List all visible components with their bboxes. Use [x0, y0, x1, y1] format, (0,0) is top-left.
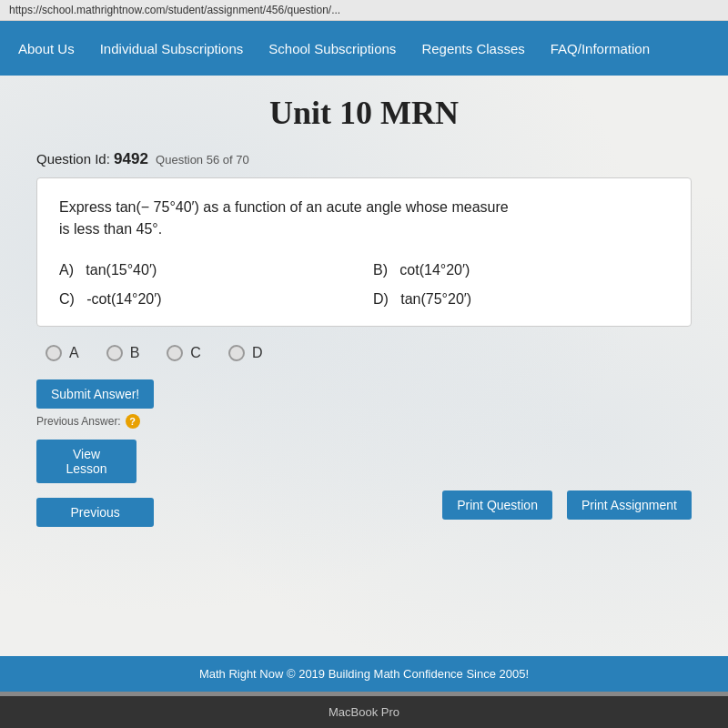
previous-answer-label: Previous Answer:	[36, 415, 121, 428]
nav-individual-subscriptions[interactable]: Individual Subscriptions	[100, 41, 244, 56]
option-a: A) tan(15°40′)	[59, 262, 355, 278]
taskbar-text: MacBook Pro	[329, 705, 399, 719]
previous-answer-row: Previous Answer: ?	[36, 414, 154, 429]
nav-faq-information[interactable]: FAQ/Information	[551, 41, 650, 56]
option-b-content: cot(14°20′)	[399, 262, 470, 278]
nav-school-subscriptions[interactable]: School Subscriptions	[268, 41, 396, 56]
action-row: Submit Answer! Previous Answer: ? View L…	[36, 379, 692, 527]
radio-d[interactable]: D	[228, 345, 263, 361]
question-box: Express tan(− 75°40′) as a function of a…	[36, 177, 692, 327]
question-id-value: 9492	[114, 150, 148, 167]
footer-text: Math Right Now © 2019 Building Math Conf…	[199, 667, 529, 681]
radio-c[interactable]: C	[167, 345, 201, 361]
radio-circle-c	[167, 345, 183, 361]
option-b: B) cot(14°20′)	[373, 262, 669, 278]
browser-url-bar: https://school.mathrightnow.com/student/…	[0, 0, 728, 21]
radio-label-c: C	[190, 345, 201, 361]
print-assignment-button[interactable]: Print Assignment	[567, 490, 692, 520]
help-icon: ?	[126, 414, 140, 429]
radio-b[interactable]: B	[106, 345, 140, 361]
footer: Math Right Now © 2019 Building Math Conf…	[0, 656, 728, 692]
nav-about-us[interactable]: About Us	[18, 41, 75, 56]
radio-circle-d	[228, 345, 245, 361]
content-area: Unit 10 MRN Question Id: 9492 Question 5…	[0, 76, 728, 676]
question-line1: Express tan(− 75°40′) as a function of a…	[59, 199, 509, 215]
taskbar: MacBook Pro	[0, 696, 728, 728]
radio-label-b: B	[130, 345, 140, 361]
option-a-letter: A)	[59, 262, 82, 278]
print-question-button[interactable]: Print Question	[442, 490, 552, 520]
radio-label-d: D	[252, 345, 263, 361]
option-b-letter: B)	[373, 262, 396, 278]
option-d-letter: D)	[373, 291, 397, 307]
option-d: D) tan(75°20′)	[373, 291, 669, 308]
radio-row: A B C D	[36, 345, 692, 361]
nav-bar: About Us Individual Subscriptions School…	[0, 21, 728, 76]
question-line2: is less than 45°.	[59, 221, 162, 237]
view-lesson-button[interactable]: View Lesson	[36, 440, 136, 483]
page-title: Unit 10 MRN	[36, 94, 692, 132]
option-a-content: tan(15°40′)	[86, 262, 157, 278]
question-count: Question 56 of 70	[156, 153, 249, 167]
submit-button[interactable]: Submit Answer!	[36, 379, 154, 409]
option-c: C) -cot(14°20′)	[59, 291, 355, 308]
question-id-row: Question Id: 9492 Question 56 of 70	[36, 150, 692, 168]
radio-circle-b	[106, 345, 123, 361]
right-actions: Print Question Print Assignment	[442, 490, 692, 527]
radio-a[interactable]: A	[46, 345, 79, 361]
radio-circle-a	[46, 345, 62, 361]
url-text: https://school.mathrightnow.com/student/…	[9, 4, 340, 16]
radio-label-a: A	[69, 345, 79, 361]
previous-button[interactable]: Previous	[36, 498, 154, 527]
question-id-label: Question Id:	[36, 151, 110, 167]
left-actions: Submit Answer! Previous Answer: ? View L…	[36, 379, 154, 527]
nav-regents-classes[interactable]: Regents Classes	[421, 41, 524, 56]
question-text: Express tan(− 75°40′) as a function of a…	[59, 197, 669, 240]
option-c-content: -cot(14°20′)	[86, 291, 161, 307]
option-d-content: tan(75°20′)	[400, 291, 471, 307]
answer-options: A) tan(15°40′) B) cot(14°20′) C) -cot(14…	[59, 262, 669, 308]
option-c-letter: C)	[59, 291, 83, 307]
